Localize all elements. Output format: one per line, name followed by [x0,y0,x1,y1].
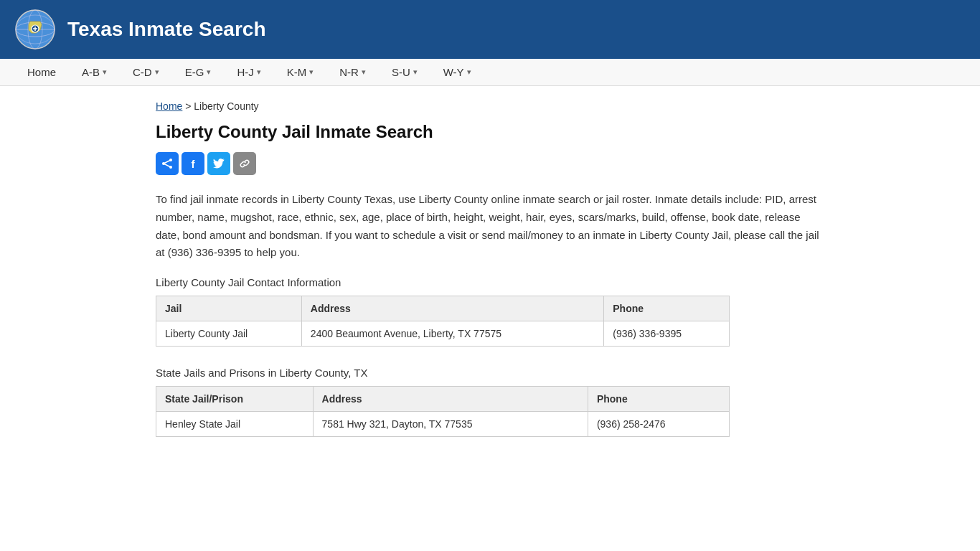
breadcrumb-home-link[interactable]: Home [156,100,182,112]
site-logo [14,9,56,50]
table-row: Henley State Jail7581 Hwy 321, Dayton, T… [156,412,730,437]
state-phone-col-header: Phone [588,387,729,412]
nav-item-hj[interactable]: H-J ▾ [224,59,273,85]
breadcrumb-current: Liberty County [194,100,258,112]
state-jail-col-header: State Jail/Prison [156,387,314,412]
nav-item-wy[interactable]: W-Y ▾ [430,59,484,85]
chevron-down-icon: ▾ [103,67,107,77]
address-col-header: Address [301,296,603,321]
chevron-down-icon: ▾ [309,67,314,77]
nav-item-ab[interactable]: A-B ▾ [69,59,120,85]
table-row: Liberty County Jail2400 Beaumont Avenue,… [156,321,730,347]
chevron-down-icon: ▾ [207,67,211,77]
phone-col-header: Phone [604,296,730,321]
jail-col-header: Jail [156,296,302,321]
chevron-down-icon: ▾ [413,67,418,77]
nav-item-eg[interactable]: E-G ▾ [172,59,225,85]
nav-item-su[interactable]: S-U ▾ [379,59,430,85]
social-share-bar: f [156,152,824,175]
main-content: Home > Liberty County Liberty County Jai… [138,86,842,486]
nav-item-home[interactable]: Home [14,59,69,85]
nav-item-cd[interactable]: C-D ▾ [120,59,172,85]
page-header: Texas Inmate Search [0,0,980,59]
twitter-button[interactable] [207,152,230,175]
site-title: Texas Inmate Search [67,18,266,41]
chevron-down-icon: ▾ [362,67,366,77]
chevron-down-icon: ▾ [155,67,159,77]
chevron-down-icon: ▾ [467,67,471,77]
svg-line-12 [164,164,171,167]
state-address-col-header: Address [313,387,588,412]
state-jails-table: State Jail/Prison Address Phone Henley S… [156,386,730,437]
breadcrumb: Home > Liberty County [156,100,824,112]
nav-item-km[interactable]: K-M ▾ [274,59,327,85]
chevron-down-icon: ▾ [257,67,261,77]
jail-contact-table: Jail Address Phone Liberty County Jail24… [156,296,730,347]
share-button[interactable] [156,152,179,175]
page-description: To find jail inmate records in Liberty C… [156,191,824,262]
nav-item-nr[interactable]: N-R ▾ [326,59,379,85]
page-title: Liberty County Jail Inmate Search [156,122,824,142]
jail-contact-label: Liberty County Jail Contact Information [156,276,824,288]
state-jails-label: State Jails and Prisons in Liberty Count… [156,367,824,379]
breadcrumb-separator: > [185,100,194,112]
svg-line-11 [164,160,171,164]
copy-link-button[interactable] [233,152,256,175]
main-nav: Home A-B ▾ C-D ▾ E-G ▾ H-J ▾ K-M ▾ N-R ▾… [0,59,980,86]
facebook-button[interactable]: f [182,152,204,175]
